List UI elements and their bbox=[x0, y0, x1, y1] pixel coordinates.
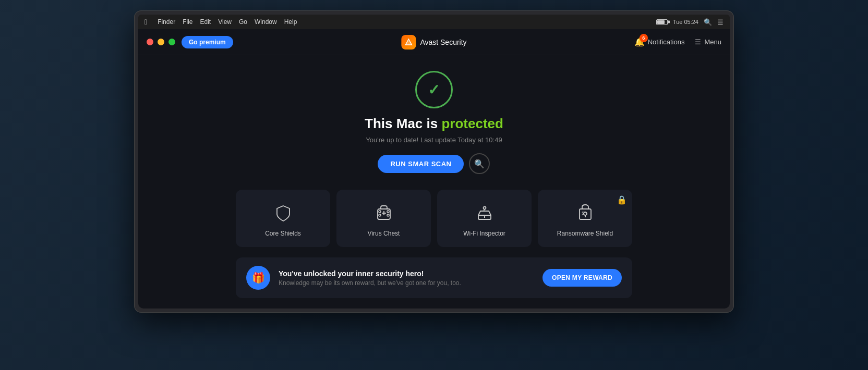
virus-chest-label: Virus Chest bbox=[368, 230, 400, 237]
notification-badge: 6 bbox=[640, 34, 648, 42]
wifi-inspector-icon bbox=[474, 203, 495, 224]
reward-title: You've unlocked your inner security hero… bbox=[279, 269, 534, 278]
apple-icon:  bbox=[144, 18, 147, 26]
titlebar: Go premium Avast Security 🔔 6 bbox=[138, 29, 730, 55]
laptop-frame:  Finder File Edit View Go Window Help T… bbox=[121, 10, 747, 360]
finder-menu[interactable]: Finder bbox=[158, 18, 175, 26]
ransomware-shield-icon: $ bbox=[575, 203, 596, 224]
virus-chest-icon bbox=[373, 203, 394, 224]
macos-right-items: Tue 05:24 🔍 ☰ bbox=[656, 18, 724, 26]
svg-point-3 bbox=[379, 211, 381, 213]
action-buttons: RUN SMAR SCAN 🔍 bbox=[378, 153, 490, 174]
feature-grid: Core Shields bbox=[236, 190, 632, 247]
lock-icon: 🔒 bbox=[617, 195, 627, 205]
battery-icon bbox=[656, 19, 668, 25]
bell-icon: 🔔 6 bbox=[634, 37, 645, 47]
reward-subtitle: Knowledge may be its own reward, but we'… bbox=[279, 279, 534, 287]
go-premium-button[interactable]: Go premium bbox=[182, 36, 233, 48]
close-button[interactable] bbox=[147, 39, 153, 45]
main-content: ✓ This Mac is protected You're up to dat… bbox=[138, 55, 730, 309]
svg-text:$: $ bbox=[582, 211, 584, 216]
titlebar-center: Avast Security bbox=[401, 35, 466, 50]
window-controls bbox=[147, 39, 175, 45]
virus-chest-card[interactable]: Virus Chest bbox=[336, 190, 431, 247]
maximize-button[interactable] bbox=[168, 39, 175, 45]
macos-menu-items: Finder File Edit View Go Window Help bbox=[158, 18, 297, 26]
help-menu[interactable]: Help bbox=[284, 18, 297, 26]
macos-menubar:  Finder File Edit View Go Window Help T… bbox=[138, 15, 730, 29]
menu-label: Menu bbox=[704, 38, 721, 46]
status-area: ✓ This Mac is protected You're up to dat… bbox=[365, 71, 503, 174]
search-icon[interactable]: 🔍 bbox=[704, 18, 712, 26]
wifi-inspector-card[interactable]: Wi-Fi Inspector bbox=[437, 190, 532, 247]
system-clock: Tue 05:24 bbox=[673, 19, 698, 25]
menu-button[interactable]: ☰ Menu bbox=[695, 38, 721, 46]
notifications-button[interactable]: 🔔 6 Notifications bbox=[634, 37, 685, 47]
window-menu[interactable]: Window bbox=[255, 18, 277, 26]
go-menu[interactable]: Go bbox=[239, 18, 247, 26]
hamburger-icon: ☰ bbox=[695, 38, 701, 46]
svg-point-6 bbox=[387, 214, 389, 216]
ransomware-shield-card[interactable]: 🔒 $ Ransomware Shield bbox=[538, 190, 632, 247]
titlebar-right: 🔔 6 Notifications ☰ Menu bbox=[634, 37, 721, 47]
edit-menu[interactable]: Edit bbox=[200, 18, 211, 26]
open-reward-button[interactable]: OPEN MY REWARD bbox=[542, 269, 622, 287]
svg-point-11 bbox=[584, 212, 587, 215]
svg-point-4 bbox=[387, 211, 389, 213]
checkmark-icon: ✓ bbox=[428, 81, 440, 98]
search-circle-icon: 🔍 bbox=[474, 159, 485, 169]
notifications-label: Notifications bbox=[648, 38, 685, 46]
app-title: Avast Security bbox=[420, 38, 466, 46]
status-headline-dynamic: protected bbox=[441, 116, 503, 131]
status-circle: ✓ bbox=[415, 71, 453, 108]
minimize-button[interactable] bbox=[158, 39, 164, 45]
avast-logo bbox=[401, 35, 416, 50]
file-menu[interactable]: File bbox=[183, 18, 192, 26]
wifi-inspector-label: Wi-Fi Inspector bbox=[463, 230, 505, 237]
scan-search-button[interactable]: 🔍 bbox=[469, 153, 490, 174]
core-shields-icon bbox=[273, 203, 294, 224]
status-subtitle: You're up to date! Last update Today at … bbox=[366, 136, 502, 144]
app-window: Go premium Avast Security 🔔 6 bbox=[138, 29, 730, 309]
status-headline: This Mac is protected bbox=[365, 116, 503, 132]
svg-point-5 bbox=[379, 214, 381, 216]
core-shields-label: Core Shields bbox=[265, 230, 301, 237]
view-menu[interactable]: View bbox=[218, 18, 232, 26]
status-headline-static: This Mac is bbox=[365, 116, 438, 131]
screen-bezel:  Finder File Edit View Go Window Help T… bbox=[134, 10, 734, 313]
run-scan-button[interactable]: RUN SMAR SCAN bbox=[378, 155, 464, 173]
reward-text: You've unlocked your inner security hero… bbox=[279, 269, 534, 287]
control-center-icon[interactable]: ☰ bbox=[717, 18, 724, 26]
ransomware-shield-label: Ransomware Shield bbox=[557, 230, 613, 237]
svg-point-7 bbox=[483, 207, 486, 209]
core-shields-card[interactable]: Core Shields bbox=[236, 190, 330, 247]
reward-banner: 🎁 You've unlocked your inner security he… bbox=[236, 257, 632, 298]
gift-icon: 🎁 bbox=[246, 266, 270, 290]
